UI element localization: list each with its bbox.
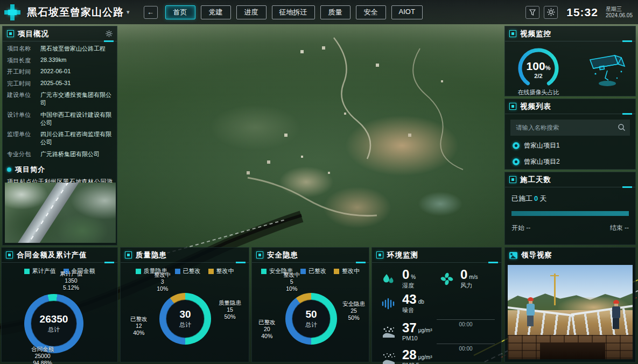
weekday: 星期三: [606, 6, 633, 12]
video-list-item[interactable]: 曾家山项目1: [513, 141, 629, 150]
gear-icon: [106, 30, 113, 37]
droplet-icon: [380, 272, 398, 286]
cctv-camera-icon: [584, 50, 630, 95]
tab-quality[interactable]: 质量: [320, 5, 350, 19]
quality-donut-chart: 30 总计: [159, 293, 211, 345]
tab-aiot[interactable]: AIOT: [391, 5, 423, 19]
project-aerial-photo: [5, 183, 116, 243]
field-row: 设计单位中国华西工程设计建设有限公司: [7, 111, 113, 127]
intro-header: 项目简介: [3, 163, 117, 176]
overview-settings-button[interactable]: [106, 30, 113, 37]
back-button[interactable]: ←: [144, 6, 158, 19]
field-row: 项目长度28.339km: [7, 57, 113, 65]
legend-swatch: [24, 269, 30, 274]
panel-bracket-icon: [256, 251, 263, 258]
bullet-dot-icon: [7, 167, 11, 172]
panel-video-list: 视频列表 曾家山项目1 曾家山项目2: [504, 99, 636, 170]
panel-quality-hazards: 质量隐患 质量隐患 已整改 整改中 整改中 3 10% 30 总计 已整改 12…: [120, 247, 249, 362]
page-title: 黑石坡至曾家山公路: [27, 5, 124, 19]
days-progress-bar: [511, 211, 629, 216]
panel-bracket-icon: [125, 251, 132, 258]
field-row: 完工时间2025-05-31: [7, 80, 113, 88]
construction-days-title: 施工天数: [520, 175, 551, 185]
slice-label-hazard: 质量隐患 15 50%: [219, 299, 241, 320]
days-worked-value: 0: [534, 194, 538, 202]
quality-legend: 质量隐患 已整改 整改中: [121, 267, 249, 275]
slice-label-fixed: 已整改 20 40%: [258, 319, 276, 340]
slice-label-fixing: 整改中 3 10%: [154, 271, 171, 292]
video-monitor-title: 视频监控: [520, 29, 551, 39]
funnel-icon: [529, 9, 536, 16]
quality-panel-title: 质量隐患: [136, 250, 167, 260]
safety-legend: 安全隐患 已整改 整改中: [252, 267, 369, 275]
field-row: 监理单位四川公路工程咨询监理有限公司: [7, 130, 113, 146]
overview-fields: 项目名称黑石坡至曾家山公路工程 项目长度28.339km 开工时间2022-06…: [3, 41, 117, 163]
panel-contract-output: 合同金额及累计产值 累计产值 合同金额 累计产值 1350 5.12% 2635…: [1, 247, 118, 362]
nav-tabs: 首页 党建 进度 征地拆迁 质量 安全 AIOT: [165, 5, 423, 19]
legend-swatch: [300, 269, 306, 274]
search-icon[interactable]: [618, 123, 626, 134]
tab-progress[interactable]: 进度: [236, 5, 267, 19]
date: 2024.06.05: [606, 12, 633, 19]
title-dropdown-caret[interactable]: ▾: [127, 9, 130, 16]
gauge-caption: 在线摄像头占比: [513, 88, 564, 96]
settings-button[interactable]: [544, 6, 558, 19]
panel-bracket-icon: [509, 103, 516, 110]
tab-land-acquisition[interactable]: 征地拆迁: [272, 5, 315, 19]
noise-sparkline-timestamp: 00:00: [437, 319, 495, 327]
leader-visit-title: 领导视察: [521, 250, 552, 260]
clock-time: 15:32: [566, 6, 598, 19]
header-accent-dash: [236, 262, 246, 263]
pm10-sparkline-timestamp: 00:00: [437, 344, 495, 352]
slice-label-fixing: 整改中 5 10%: [283, 271, 300, 292]
filter-button[interactable]: [525, 6, 539, 19]
contract-donut-chart: 26350 总计: [24, 294, 83, 353]
pm10-particles-icon: [380, 325, 398, 339]
worker-left: [527, 297, 535, 326]
highway-image-road: [10, 183, 81, 243]
panel-bracket-icon: [6, 251, 13, 258]
field-row: 建设单位广元市交通投资集团有限公司: [7, 91, 113, 107]
slice-label-output: 累计产值 1350 5.12%: [60, 270, 82, 291]
panel-environment: 环境监测 0% 湿度 0m/s 风力: [371, 247, 502, 362]
env-wind: 0m/s 风力: [438, 268, 496, 290]
legend-swatch: [208, 269, 214, 274]
video-list-item[interactable]: 曾家山项目2: [513, 157, 629, 166]
field-row: 专业分包广元路桥集团有限公司: [7, 150, 113, 158]
panel-safety-hazards: 安全隐患 安全隐患 已整改 整改中 整改中 5 10% 50 总计 已整改 20…: [251, 247, 369, 362]
env-panel-title: 环境监测: [387, 250, 418, 260]
panel-bracket-icon: [509, 176, 516, 183]
dashboard: 黑石坡至曾家山公路 ▾ ← 首页 党建 进度 征地拆迁 质量 安全 AIOT: [0, 0, 638, 364]
sound-wave-icon: [380, 297, 398, 310]
camera-online-gauge: 100% 2/2 在线摄像头占比: [513, 45, 564, 94]
panel-leader-visit: 领导视察: [504, 247, 636, 362]
panel-project-overview: 项目概况 项目名称黑石坡至曾家山公路工程 项目长度28.339km 开工时间20…: [2, 26, 117, 246]
worker-right: [612, 300, 620, 329]
gear-icon: [547, 8, 555, 16]
slice-label-hazard: 安全隐患 25 50%: [342, 300, 365, 321]
panel-construction-days: 施工天数 已施工0天 开始 -- 结束 --: [504, 172, 636, 245]
video-search-input[interactable]: [510, 120, 630, 136]
header-accent-dash: [622, 186, 632, 188]
field-row: 项目名称黑石坡至曾家山公路工程: [7, 45, 113, 53]
camera-dot-icon: [513, 158, 520, 165]
end-date: 结束 --: [610, 223, 629, 233]
legend-swatch: [334, 269, 339, 274]
video-list-title: 视频列表: [520, 102, 551, 111]
panel-bracket-icon: [376, 251, 383, 258]
overview-title: 项目概况: [18, 29, 49, 39]
legend-swatch: [175, 269, 180, 274]
safety-donut-chart: 50 总计: [285, 293, 337, 345]
slice-label-contract: 合同金额 25000 94.88%: [31, 346, 54, 364]
slice-label-fixed: 已整改 12 40%: [130, 316, 148, 337]
tab-safety[interactable]: 安全: [356, 5, 386, 19]
intro-title: 项目简介: [15, 165, 45, 174]
contract-panel-title: 合同金额及累计产值: [17, 250, 87, 260]
tab-home[interactable]: 首页: [165, 5, 195, 19]
pm25-particles-icon: [380, 352, 398, 364]
days-worked-label: 已施工0天: [511, 194, 629, 204]
tab-party-building[interactable]: 党建: [201, 5, 231, 19]
crane-in-photo: [554, 274, 556, 306]
top-bar: 黑石坡至曾家山公路 ▾ ← 首页 党建 进度 征地拆迁 质量 安全 AIOT: [0, 0, 638, 24]
fan-icon: [438, 272, 456, 286]
